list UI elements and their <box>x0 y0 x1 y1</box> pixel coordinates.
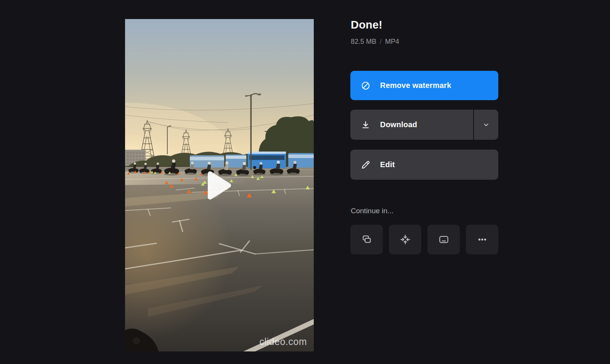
edit-button[interactable]: Edit <box>350 150 498 180</box>
download-label: Download <box>380 120 417 129</box>
page-title: Done! <box>351 18 382 31</box>
edit-label: Edit <box>380 160 395 169</box>
play-triangle-icon <box>207 171 232 200</box>
remove-watermark-button[interactable]: Remove watermark <box>350 71 498 100</box>
download-options-button[interactable] <box>474 110 498 140</box>
more-icon <box>477 234 488 245</box>
continue-tool-subtitles[interactable] <box>427 225 460 254</box>
download-icon <box>361 120 370 129</box>
compress-icon <box>400 234 411 245</box>
merge-icon <box>361 234 372 245</box>
continue-tools <box>350 225 498 254</box>
file-size: 82.5 MB <box>351 38 376 46</box>
subtitles-icon <box>438 234 449 245</box>
remove-watermark-label: Remove watermark <box>380 81 451 90</box>
continue-in-label: Continue in... <box>351 207 393 215</box>
ban-icon <box>361 81 370 90</box>
play-button[interactable] <box>207 171 232 200</box>
chevron-down-icon <box>482 121 490 129</box>
file-meta: 82.5 MB / MP4 <box>351 38 399 46</box>
result-panel: Done! 82.5 MB / MP4 Remove watermark Dow… <box>350 0 498 364</box>
file-format: MP4 <box>385 38 399 46</box>
page-background: { "window": { "background": "#141418" },… <box>0 0 610 364</box>
watermark-text: clideo.com <box>260 336 307 347</box>
download-split-button: Download <box>350 110 498 140</box>
download-button[interactable]: Download <box>350 110 473 140</box>
pencil-icon <box>361 160 370 169</box>
video-preview[interactable]: clideo.com <box>125 19 314 351</box>
continue-tool-more[interactable] <box>466 225 498 254</box>
continue-tool-merge[interactable] <box>350 225 383 254</box>
continue-tool-compress[interactable] <box>389 225 421 254</box>
meta-separator: / <box>380 38 382 46</box>
